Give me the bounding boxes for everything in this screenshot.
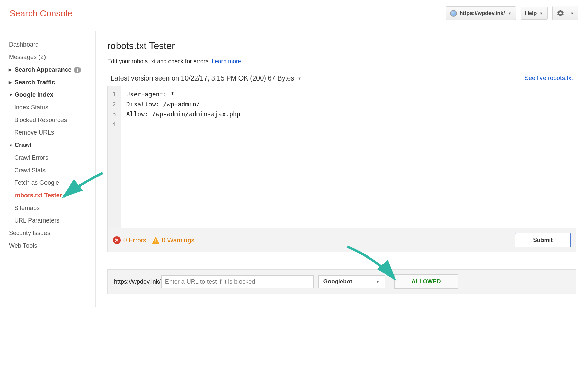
sidebar-item-11[interactable]: Fetch as Google [2, 177, 95, 189]
sidebar-item-16[interactable]: Web Tools [2, 240, 95, 252]
help-button[interactable]: Help ▼ [521, 7, 548, 20]
sidebar-item-14[interactable]: URL Parameters [2, 214, 95, 227]
layout: DashboardMessages (2)▶Search Appearancei… [0, 31, 588, 307]
see-live-link[interactable]: See live robots.txt [524, 75, 573, 82]
sidebar-item-label: Search Appearance [15, 66, 71, 73]
gear-icon [557, 10, 564, 17]
page-title: robots.txt Tester [107, 40, 576, 51]
test-bar: https://wpdev.ink/ Googlebot ▼ ALLOWED [107, 269, 576, 294]
editor-pane: 1234 User-agent: * Disallow: /wp-admin/ … [107, 86, 576, 252]
globe-icon [450, 10, 457, 17]
bot-label: Googlebot [323, 278, 352, 285]
sidebar-item-10[interactable]: Crawl Stats [2, 164, 95, 177]
code-body[interactable]: User-agent: * Disallow: /wp-admin/ Allow… [121, 86, 246, 228]
caret-icon: ▶ [9, 80, 13, 85]
chevron-down-icon: ▼ [376, 280, 380, 284]
sidebar-item-label: Google Index [15, 91, 53, 99]
warnings-count: 0 Warnings [162, 236, 194, 244]
line-number: 2 [112, 99, 116, 109]
caret-icon: ▼ [9, 143, 13, 147]
sidebar-item-15[interactable]: Security Issues [2, 227, 95, 240]
help-label: Help [525, 10, 537, 16]
status-left: ✕ 0 Errors 0 Warnings [113, 236, 194, 244]
status-bar: ✕ 0 Errors 0 Warnings Submit [108, 228, 576, 252]
line-number: 1 [112, 89, 116, 99]
code-editor[interactable]: 1234 User-agent: * Disallow: /wp-admin/ … [108, 86, 576, 228]
main: robots.txt Tester Edit your robots.txt a… [96, 31, 588, 307]
logo: Search Console [10, 8, 72, 19]
code-gutter: 1234 [108, 86, 121, 228]
url-input[interactable] [161, 275, 314, 288]
sidebar-item-8[interactable]: ▼Crawl [2, 139, 95, 152]
line-number: 4 [112, 119, 116, 129]
sidebar-item-13[interactable]: Sitemaps [2, 202, 95, 214]
topbar-right: https://wpdev.ink/ ▼ Help ▼ ▼ [446, 6, 578, 20]
version-selector[interactable]: Latest version seen on 10/22/17, 3:15 PM… [111, 74, 301, 82]
sidebar-item-label: Crawl [15, 142, 31, 149]
settings-button[interactable]: ▼ [552, 6, 578, 20]
error-icon: ✕ [113, 236, 121, 244]
test-result-button[interactable]: ALLOWED [394, 274, 458, 289]
chevron-down-icon: ▼ [539, 11, 543, 15]
caret-icon: ▶ [9, 68, 13, 72]
learn-more-link[interactable]: Learn more. [212, 58, 243, 65]
sidebar-item-4[interactable]: ▼Google Index [2, 89, 95, 101]
sidebar: DashboardMessages (2)▶Search Appearancei… [0, 31, 96, 307]
sidebar-item-1[interactable]: Messages (2) [2, 51, 95, 64]
sidebar-item-6[interactable]: Blocked Resources [2, 114, 95, 126]
sidebar-item-7[interactable]: Remove URLs [2, 126, 95, 139]
chevron-down-icon: ▼ [298, 76, 301, 81]
sidebar-item-2[interactable]: ▶Search Appearancei [2, 64, 95, 76]
version-row: Latest version seen on 10/22/17, 3:15 PM… [107, 74, 576, 86]
info-icon: i [74, 67, 81, 73]
version-text: Latest version seen on 10/22/17, 3:15 PM… [111, 74, 294, 82]
subtitle: Edit your robots.txt and check for error… [107, 58, 576, 65]
url-prefix: https://wpdev.ink/ [114, 278, 161, 285]
sidebar-item-0[interactable]: Dashboard [2, 38, 95, 51]
warning-icon [152, 237, 159, 244]
bot-select[interactable]: Googlebot ▼ [318, 275, 385, 288]
chevron-down-icon: ▼ [508, 11, 512, 15]
sidebar-item-9[interactable]: Crawl Errors [2, 152, 95, 164]
property-selector[interactable]: https://wpdev.ink/ ▼ [446, 6, 516, 20]
property-label: https://wpdev.ink/ [460, 10, 505, 16]
sidebar-item-3[interactable]: ▶Search Traffic [2, 76, 95, 89]
submit-button[interactable]: Submit [515, 233, 571, 247]
topbar: Search Console https://wpdev.ink/ ▼ Help… [0, 0, 588, 31]
chevron-down-icon: ▼ [570, 11, 574, 15]
sidebar-item-12[interactable]: robots.txt Tester [2, 189, 95, 202]
line-number: 3 [112, 109, 116, 119]
caret-icon: ▼ [9, 93, 13, 97]
nav: DashboardMessages (2)▶Search Appearancei… [2, 38, 95, 252]
subtitle-text: Edit your robots.txt and check for error… [107, 58, 212, 65]
sidebar-item-label: Search Traffic [15, 79, 55, 86]
errors-count: 0 Errors [123, 236, 146, 244]
sidebar-item-5[interactable]: Index Status [2, 101, 95, 114]
